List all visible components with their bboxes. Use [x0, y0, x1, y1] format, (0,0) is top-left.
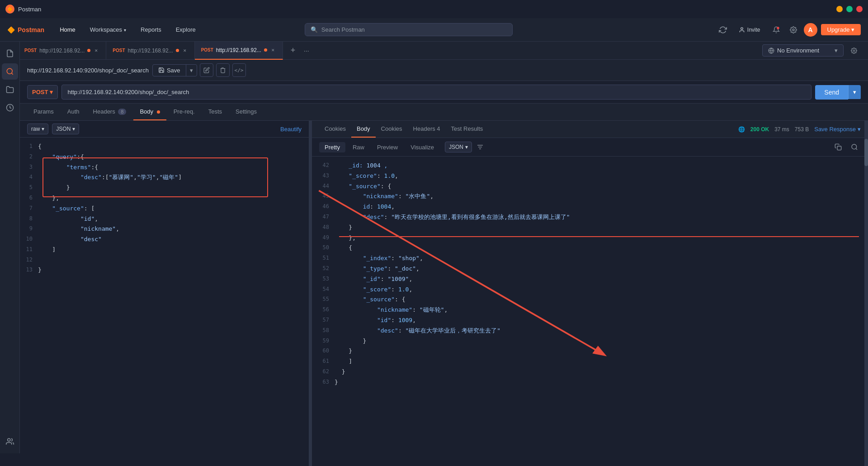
tab-auth[interactable]: Auth [61, 104, 86, 120]
code-editor[interactable]: 1 { 2 "query":{ 3 "terms":{ 4 [20, 138, 309, 466]
tab-tests[interactable]: Tests [202, 104, 228, 120]
search-bar[interactable]: 🔍 Search Postman [305, 23, 513, 36]
editor-toolbar: raw ▾ JSON ▾ Beautify [20, 121, 309, 138]
svg-point-9 [853, 50, 855, 52]
resp-search-btn[interactable] [848, 141, 861, 153]
url-input[interactable] [61, 85, 811, 100]
save-button[interactable]: Save [153, 65, 186, 76]
svg-point-3 [7, 68, 12, 74]
delete-icon-btn[interactable] [216, 63, 230, 77]
tabs-bar: POST http://192.168.92... ✕ POST http://… [0, 42, 868, 60]
response-pane: Cookies Body Cookies Headers 4 Test Resu… [312, 121, 868, 466]
code-line-3: 3 "terms":{ [20, 162, 309, 172]
invite-button[interactable]: Invite [733, 24, 766, 35]
resp-line-49: 49 }, [312, 233, 868, 243]
resp-pretty-btn[interactable]: Pretty [319, 142, 345, 152]
titlebar: 🔶 Postman [0, 0, 868, 18]
resp-line-47: 47 "desc": "昨天在学校的池塘里,看到有很多鱼在游泳,然后就去慕课网上… [312, 212, 868, 222]
tab-2[interactable]: POST http://192.168.92... ✕ [106, 42, 194, 60]
notification-bell-icon[interactable] [769, 23, 783, 37]
sidebar-icon-search[interactable] [2, 63, 18, 80]
sidebar-icon-collection[interactable] [2, 81, 18, 98]
edit-icon-btn[interactable] [200, 63, 213, 77]
sidebar-icon-history[interactable] [2, 100, 18, 116]
resp-tab-test-results[interactable]: Test Results [446, 121, 489, 138]
code-line-2: 2 "query":{ [20, 152, 309, 162]
code-line-9: 9 "nickname", [20, 223, 309, 234]
code-icon-btn[interactable]: </> [232, 63, 246, 77]
svg-point-6 [7, 438, 10, 441]
request-area: http://192.168.92.140:9200/shop/_doc/_se… [20, 60, 868, 466]
resp-filter-btn[interactable] [474, 141, 486, 153]
response-body[interactable]: 42 _id: 1004 , 43 "_score": 1.0, 44 "_so… [312, 157, 868, 466]
resp-visualize-btn[interactable]: Visualize [405, 142, 439, 152]
resp-tab-body[interactable]: Body [351, 121, 376, 138]
resp-line-52: 52 "_type": "_doc", [312, 263, 868, 274]
nav-workspaces[interactable]: Workspaces [84, 24, 132, 36]
save-button-group: Save ▾ [152, 64, 197, 76]
minimize-button[interactable] [836, 6, 843, 12]
nav-explore[interactable]: Explore [170, 24, 202, 36]
resp-line-54: 54 "_score": 1.0, [312, 284, 868, 295]
upgrade-button[interactable]: Upgrade ▾ [821, 24, 861, 35]
scrollbar-track[interactable] [864, 121, 868, 466]
resp-copy-search-actions [832, 141, 861, 153]
new-tab-button[interactable]: + [287, 44, 299, 57]
response-toolbar: Pretty Raw Preview Visualize JSON ▾ [312, 138, 868, 157]
tab-2-close[interactable]: ✕ [182, 48, 188, 54]
app-icon: 🔶 [5, 5, 14, 14]
resp-line-61: 61 ] [312, 356, 868, 366]
tab-1[interactable]: POST http://192.168.92... ✕ [18, 42, 106, 60]
resp-line-56: 56 "nickname": "磁年轮", [312, 304, 868, 315]
env-settings-icon[interactable] [847, 44, 861, 57]
svg-point-1 [777, 27, 779, 29]
user-avatar[interactable]: A [804, 23, 817, 37]
tab-2-method: POST [113, 48, 125, 53]
save-dropdown-button[interactable]: ▾ [186, 65, 197, 76]
svg-line-15 [856, 148, 857, 150]
tab-2-url: http://192.168.92... [128, 48, 173, 54]
environment-selector[interactable]: No Environment ▾ [762, 44, 868, 57]
tab-params[interactable]: Params [27, 104, 60, 120]
resp-json-select[interactable]: JSON ▾ [445, 142, 472, 152]
settings-icon-btn[interactable] [787, 23, 800, 37]
request-row: POST ▾ Send ▾ [20, 81, 868, 104]
code-line-11: 11 ] [20, 244, 309, 255]
beautify-button[interactable]: Beautify [280, 126, 302, 133]
method-select[interactable]: POST ▾ [27, 85, 58, 99]
resp-raw-btn[interactable]: Raw [347, 142, 370, 152]
format-select-raw[interactable]: raw ▾ [27, 124, 48, 134]
tab-settings[interactable]: Settings [229, 104, 263, 120]
sidebar-icon-new[interactable] [2, 45, 18, 62]
send-dropdown-button[interactable]: ▾ [848, 85, 861, 99]
format-select-json[interactable]: JSON ▾ [52, 124, 79, 134]
maximize-button[interactable] [846, 6, 853, 12]
tab-prereq[interactable]: Pre-req. [167, 104, 201, 120]
sync-icon-btn[interactable] [716, 23, 730, 37]
more-tabs-button[interactable]: ··· [300, 44, 313, 57]
sidebar-icon-team[interactable] [2, 433, 18, 450]
resp-tab-cookies[interactable]: Cookies [319, 121, 351, 138]
tab-3[interactable]: POST http://192.168.92... ✕ [195, 42, 283, 60]
env-dropdown[interactable]: No Environment ▾ [762, 44, 844, 57]
scrollbar-thumb[interactable] [864, 139, 868, 166]
nav-home[interactable]: Home [53, 24, 82, 36]
nav-reports[interactable]: Reports [134, 24, 168, 36]
tab-3-close[interactable]: ✕ [270, 47, 276, 53]
send-button[interactable]: Send [815, 85, 848, 100]
tab-headers[interactable]: Headers 8 [87, 104, 133, 120]
resp-line-53: 53 "_id": "1009", [312, 274, 868, 284]
tab-1-close[interactable]: ✕ [93, 48, 99, 54]
resp-copy-btn[interactable] [832, 141, 844, 153]
resp-preview-btn[interactable]: Preview [372, 142, 403, 152]
resp-tab-headers[interactable]: Headers 4 [408, 121, 446, 138]
resp-tab-cookies2[interactable]: Cookies [376, 121, 408, 138]
json-chevron-icon: ▾ [72, 126, 75, 132]
window-controls[interactable] [836, 6, 863, 12]
tab-body[interactable]: Body [133, 104, 166, 120]
save-response-button[interactable]: Save Response ▾ [814, 126, 861, 133]
resp-line-63: 63 } [312, 377, 868, 387]
code-line-12: 12 [20, 255, 309, 265]
close-button[interactable] [856, 6, 863, 12]
workspaces-chevron-icon [124, 26, 126, 33]
